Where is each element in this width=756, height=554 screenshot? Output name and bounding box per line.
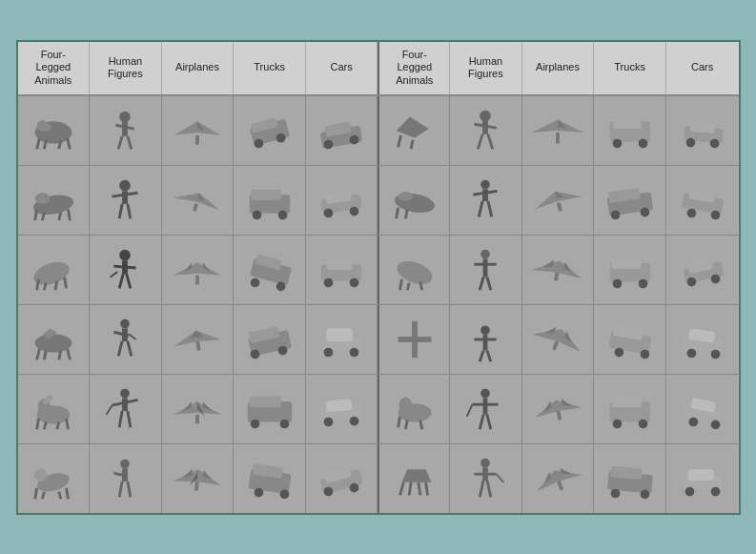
svg-rect-35	[613, 117, 641, 129]
svg-rect-119	[554, 272, 559, 280]
svg-line-3	[44, 139, 46, 149]
cell-r3c5	[306, 236, 378, 304]
svg-line-5	[67, 137, 70, 149]
svg-line-93	[127, 274, 131, 288]
svg-point-36	[612, 138, 622, 148]
svg-line-87	[55, 280, 57, 290]
svg-point-22	[350, 134, 359, 144]
svg-marker-256	[532, 462, 582, 491]
svg-point-178	[121, 388, 131, 398]
header-cars-2: Cars	[666, 42, 739, 94]
cell-r2c8	[522, 166, 595, 235]
cell-r4c8	[522, 305, 595, 374]
svg-line-207	[487, 414, 491, 428]
cell-r4c6	[378, 305, 450, 374]
svg-line-248	[419, 482, 420, 495]
svg-line-4	[59, 139, 61, 149]
svg-line-247	[409, 482, 411, 495]
svg-point-150	[324, 347, 334, 357]
svg-point-48	[120, 179, 132, 191]
svg-line-222	[34, 487, 36, 499]
header-airplanes-2: Airplanes	[522, 42, 595, 94]
svg-rect-98	[195, 275, 199, 284]
svg-point-154	[481, 325, 491, 335]
svg-line-205	[467, 404, 473, 417]
svg-point-250	[481, 458, 491, 467]
svg-line-47	[68, 209, 70, 220]
header-trucks-2: Trucks	[594, 42, 666, 94]
cell-r3c3	[162, 236, 235, 304]
svg-line-137	[129, 334, 136, 339]
svg-point-127	[710, 274, 720, 283]
svg-rect-265	[687, 469, 713, 481]
svg-rect-69	[482, 189, 488, 201]
cell-r5c9	[594, 375, 666, 443]
svg-point-101	[250, 277, 259, 287]
table-row	[18, 443, 739, 513]
main-container: Four-LeggedAnimals HumanFigures Airplane…	[7, 31, 750, 524]
svg-point-62	[324, 208, 334, 217]
svg-point-146	[250, 349, 259, 359]
svg-point-111	[481, 249, 491, 258]
header-row: Four-LeggedAnimals HumanFigures Airplane…	[18, 42, 739, 95]
svg-line-129	[36, 348, 39, 359]
svg-rect-75	[557, 202, 562, 211]
svg-rect-143	[195, 340, 200, 350]
table-row	[18, 374, 739, 443]
header-human-figures-1: HumanFigures	[90, 42, 162, 94]
svg-line-10	[119, 135, 123, 149]
svg-point-147	[277, 345, 287, 355]
svg-line-25	[411, 139, 413, 149]
cell-r4c3	[162, 305, 235, 374]
cell-r5c4	[234, 375, 306, 443]
svg-rect-162	[552, 340, 559, 350]
cell-r2c6	[378, 166, 450, 235]
svg-line-85	[36, 278, 38, 290]
svg-rect-55	[193, 203, 198, 211]
cell-r1c1	[18, 96, 91, 165]
cell-r4c7	[450, 305, 522, 374]
svg-marker-53	[174, 187, 223, 210]
svg-point-244	[350, 482, 359, 492]
svg-point-266	[684, 486, 694, 496]
svg-point-214	[612, 419, 622, 428]
svg-line-182	[128, 410, 131, 426]
cell-r4c1	[18, 305, 91, 374]
cell-r1c4	[234, 96, 306, 165]
cell-r3c4	[234, 236, 306, 304]
svg-line-46	[59, 212, 61, 220]
cell-r2c10	[666, 166, 739, 235]
cell-r4c2	[90, 305, 162, 374]
cell-r3c9	[594, 236, 666, 304]
svg-point-151	[350, 347, 359, 357]
svg-line-45	[42, 212, 44, 220]
svg-point-79	[640, 207, 649, 216]
svg-rect-259	[557, 481, 563, 490]
svg-line-130	[44, 350, 46, 359]
cell-r6c3	[162, 444, 235, 513]
cell-r5c7	[450, 375, 522, 443]
svg-rect-49	[122, 191, 128, 204]
svg-rect-14	[195, 134, 199, 144]
svg-point-68	[481, 179, 491, 189]
svg-point-165	[614, 347, 623, 357]
svg-line-253	[480, 480, 484, 496]
svg-point-267	[710, 486, 720, 496]
svg-point-21	[324, 139, 334, 149]
cell-r6c5	[306, 444, 378, 513]
cell-r3c1	[18, 236, 91, 304]
svg-point-122	[612, 278, 622, 288]
svg-line-132	[67, 348, 70, 359]
cell-r2c7	[450, 166, 522, 235]
svg-line-255	[497, 474, 504, 482]
svg-point-106	[350, 277, 359, 287]
header-four-legged-2: Four-LeggedAnimals	[378, 42, 450, 94]
svg-line-254	[487, 480, 491, 496]
svg-line-29	[479, 133, 483, 148]
svg-line-139	[128, 340, 132, 355]
svg-rect-153	[398, 337, 431, 342]
cell-r4c4	[234, 305, 306, 374]
svg-line-110	[420, 281, 422, 290]
cell-r2c2	[90, 166, 162, 235]
cell-r4c10	[666, 305, 739, 374]
